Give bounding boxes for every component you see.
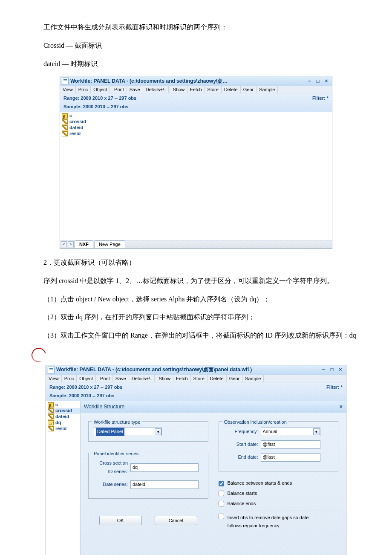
group-legend: Workfile structure type [92,418,142,427]
toolbar-view[interactable]: View [46,375,62,382]
toolbar-show[interactable]: Show [170,86,188,93]
combo-value: Dated Panel [96,428,124,436]
toolbar-genr[interactable]: Genr [227,375,242,382]
window-title: Workfile: PANEL DATA - (c:\documents and… [56,365,252,375]
toolbar-print[interactable]: Print [98,375,113,382]
checkbox-label: Insert obs to remove date gaps so date f… [228,514,313,531]
cross-section-input[interactable]: dq [130,463,199,472]
checkbox-icon[interactable] [219,501,224,506]
object-list: c crossid dateid dq resid Workfile Struc… [46,401,346,555]
checkbox-balance-ends[interactable]: Balance ends [219,500,339,508]
filter-text: Filter: * [326,383,343,400]
tab-active[interactable]: NXF [75,240,93,248]
paragraph: dateid — 时期标识 [30,58,362,70]
date-series-input[interactable]: dateid [130,480,199,489]
workfile-icon [48,367,55,373]
range-bar[interactable]: Range: 2000 2010 x 27 -- 297 obs Sample:… [60,93,332,112]
end-date-label: End date: [224,453,258,462]
checkbox-balance-starts[interactable]: Balance starts [219,489,339,498]
workfile-toolbar: View Proc Object Print Save Details+/- S… [46,375,346,382]
toolbar-delete[interactable]: Delete [222,86,241,93]
toolbar-object[interactable]: Object [91,86,110,93]
cancel-button[interactable]: Cancel [155,516,197,525]
toolbar-fetch[interactable]: Fetch [187,86,205,93]
minimize-button[interactable]: − [306,78,313,84]
range-text: Range: 2000 2010 x 27 -- 297 obs [63,94,136,103]
end-date-input[interactable]: @last [261,453,320,462]
group-legend: Panel identifier series [92,450,140,458]
dialog-close[interactable]: × [340,402,343,412]
series-icon [48,408,54,413]
workfile-window-2: Workfile: PANEL DATA - (c:\documents and… [46,365,346,555]
chevron-down-icon[interactable]: ▾ [155,428,161,435]
group-panel-ids: Panel identifier series Cross section ID… [88,453,208,499]
annotation-circle [29,345,49,365]
checkbox-label: Balance starts [228,489,257,498]
series-icon [62,125,68,130]
toolbar-genr[interactable]: Genr [241,86,257,93]
group-legend: Observation inclusion/creation [222,418,288,427]
close-button[interactable]: × [323,78,330,84]
filter-text: Filter: * [312,94,329,111]
toolbar-save[interactable]: Save [127,86,143,93]
object-crossid[interactable]: crossid [62,119,330,125]
checkbox-icon[interactable] [219,481,224,486]
workfile-toolbar: View Proc Object Print Save Details+/- S… [60,86,332,93]
paragraph: Crossid — 截面标识 [30,40,362,52]
toolbar-store[interactable]: Store [205,86,222,93]
paragraph: 序列 crossid 中是以数字 1、2、…标记截面标识，为了便于区分，可以重新… [30,275,362,287]
coef-icon [62,113,68,119]
toolbar-fetch[interactable]: Fetch [173,375,191,382]
tab-prev[interactable]: < [61,241,67,247]
toolbar-show[interactable]: Show [156,375,174,382]
checkbox-icon[interactable] [219,491,224,496]
chevron-down-icon[interactable]: ▾ [313,428,320,435]
range-bar[interactable]: Range: 2000 2010 x 27 -- 297 obs Sample:… [46,382,346,401]
divider [219,511,339,511]
object-dateid[interactable]: dateid [62,125,330,131]
window-titlebar: Workfile: PANEL DATA - (c:\documents and… [60,76,332,86]
checkbox-balance-between[interactable]: Balance between starts & ends [219,479,339,488]
series-icon [48,426,54,431]
ok-button[interactable]: OK [99,516,142,525]
object-label: resid [55,425,66,433]
series-icon [62,131,68,136]
paragraph: 工作文件中将生成分别表示截面标识和时期标识的两个序列： [30,21,362,34]
series-icon [48,414,54,419]
toolbar-details[interactable]: Details+/- [143,86,169,93]
toolbar-delete[interactable]: Delete [208,375,227,382]
toolbar-details[interactable]: Details+/- [129,375,155,382]
alpha-series-icon [48,420,54,425]
checkbox-insert-obs[interactable]: Insert obs to remove date gaps so date f… [219,514,339,531]
combo-frequency[interactable]: Annual ▾ [261,428,320,436]
group-observation: Observation inclusion/creation Frequency… [219,421,339,471]
toolbar-print[interactable]: Print [112,86,127,93]
start-date-label: Start date: [224,440,258,449]
tab-strip: < > NXF New Page [60,240,332,249]
toolbar-proc[interactable]: Proc [62,375,77,382]
paragraph: （3）双击工作文件窗口中的 Range，在弹出的对话框中，将截面标识的的 ID … [30,330,362,342]
minimize-button[interactable]: − [320,367,327,373]
dialog-title: Workfile Structure [84,402,124,412]
toolbar-sample[interactable]: Sample [257,86,278,93]
checkbox-label: Balance ends [228,500,256,508]
maximize-button[interactable]: □ [314,78,322,84]
paragraph: （1）点击 object / New object，选择 series Alph… [30,293,362,306]
combo-structure-type[interactable]: Dated Panel ▾ [94,428,162,436]
toolbar-sample[interactable]: Sample [242,375,264,382]
start-date-input[interactable]: @first [261,440,320,449]
toolbar-object[interactable]: Object [77,375,96,382]
close-button[interactable]: × [337,367,344,373]
tab-next[interactable]: > [68,241,74,247]
toolbar-view[interactable]: View [60,86,76,93]
workfile-icon [62,78,69,84]
toolbar-store[interactable]: Store [191,375,208,382]
toolbar-save[interactable]: Save [113,375,129,382]
combo-value: Annual [263,428,277,436]
checkbox-icon[interactable] [219,514,224,519]
object-c[interactable]: c [62,113,330,119]
tab-new-page[interactable]: New Page [94,240,125,248]
toolbar-proc[interactable]: Proc [76,86,91,93]
object-resid[interactable]: resid [62,131,330,137]
maximize-button[interactable]: □ [328,367,336,373]
